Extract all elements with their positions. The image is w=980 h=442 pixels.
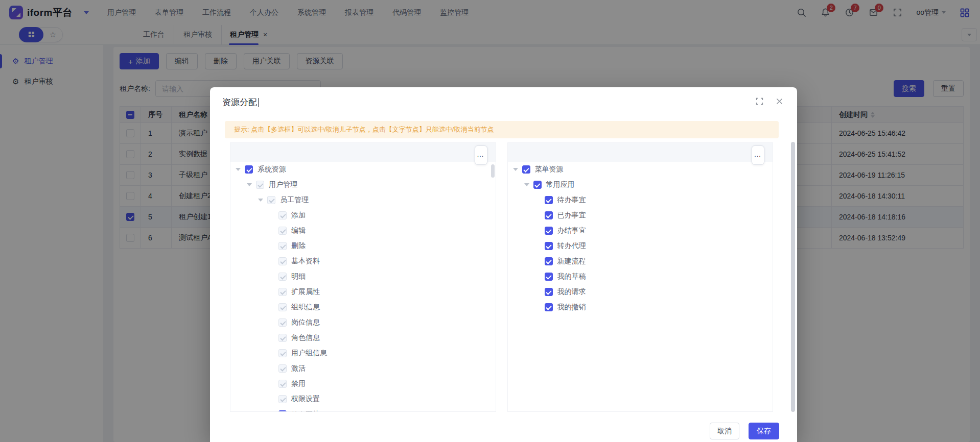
arrow-placeholder (535, 260, 545, 263)
tree-node-label[interactable]: 权限设置 (291, 395, 320, 404)
tree-checkbox[interactable] (278, 273, 287, 281)
expand-arrow-icon[interactable] (258, 199, 267, 202)
tree-checkbox[interactable] (278, 211, 287, 219)
tree-node-明细[interactable]: 明细 (230, 269, 496, 284)
tree-node-label[interactable]: 编辑 (291, 226, 306, 235)
tree-node-组织信息[interactable]: 组织信息 (230, 300, 496, 315)
tree-checkbox[interactable] (278, 410, 287, 411)
tree-checkbox[interactable] (278, 364, 287, 373)
tree-node-扩展属性[interactable]: 扩展属性 (230, 284, 496, 300)
tree-node-激活[interactable]: 激活 (230, 361, 496, 376)
tree-node-已办事宜[interactable]: 已办事宜 (508, 208, 773, 223)
expand-arrow-icon[interactable] (513, 168, 522, 171)
tree-node-我的草稿[interactable]: 我的草稿 (508, 269, 773, 284)
modal-close-icon[interactable] (775, 97, 784, 108)
tree-checkbox[interactable] (278, 288, 287, 296)
tree-checkbox[interactable] (278, 349, 287, 357)
tree-node-用户管理[interactable]: 用户管理 (230, 177, 496, 192)
tree-checkbox[interactable] (545, 273, 553, 281)
tree-node-新建流程[interactable]: 新建流程 (508, 254, 773, 269)
tree-checkbox[interactable] (522, 165, 530, 174)
modal-fullscreen-icon[interactable] (755, 97, 764, 108)
tree-node-label[interactable]: 待办事宜 (557, 195, 586, 205)
tree-node-label[interactable]: 扩展属性 (291, 287, 320, 297)
expand-arrow-icon[interactable] (524, 183, 533, 186)
arrow-placeholder (269, 382, 278, 385)
tree-node-角色信息[interactable]: 角色信息 (230, 330, 496, 346)
tree-node-label[interactable]: 签名图片 (291, 410, 320, 411)
tree-node-label[interactable]: 用户组信息 (291, 349, 327, 358)
tree-node-label[interactable]: 菜单资源 (535, 165, 564, 174)
tree-node-基本资料[interactable]: 基本资料 (230, 254, 496, 269)
tree-node-岗位信息[interactable]: 岗位信息 (230, 315, 496, 330)
app-window: iform平台 用户管理表单管理工作流程个人办公系统管理报表管理代码管理监控管理… (0, 0, 980, 442)
tree-checkbox[interactable] (267, 196, 275, 204)
tree-node-label[interactable]: 我的请求 (557, 287, 586, 297)
tree-node-label[interactable]: 常用应用 (546, 180, 575, 189)
tree-node-员工管理[interactable]: 员工管理 (230, 192, 496, 208)
tree-node-权限设置[interactable]: 权限设置 (230, 391, 496, 407)
tree-checkbox[interactable] (545, 257, 553, 265)
tree-node-系统资源[interactable]: 系统资源 (230, 162, 496, 177)
tree-checkbox[interactable] (545, 211, 553, 219)
arrow-placeholder (269, 306, 278, 309)
tree-checkbox[interactable] (245, 165, 253, 174)
tree-node-编辑[interactable]: 编辑 (230, 223, 496, 238)
panel-scrollbar-thumb[interactable] (491, 164, 495, 178)
tree-node-label[interactable]: 基本资料 (291, 257, 320, 266)
tree-node-删除[interactable]: 删除 (230, 238, 496, 254)
more-options-button[interactable]: ... (752, 145, 764, 165)
tree-node-label[interactable]: 添加 (291, 211, 306, 220)
tree-node-我的撤销[interactable]: 我的撤销 (508, 300, 773, 315)
tree-checkbox[interactable] (278, 395, 287, 403)
tree-node-签名图片[interactable]: 签名图片 (230, 407, 496, 411)
arrow-placeholder (269, 244, 278, 248)
tree-node-label[interactable]: 用户管理 (269, 180, 297, 189)
tree-checkbox[interactable] (278, 318, 287, 327)
tree-node-label[interactable]: 我的草稿 (557, 272, 586, 281)
tree-checkbox[interactable] (256, 181, 264, 189)
tree-checkbox[interactable] (545, 227, 553, 235)
tree-node-待办事宜[interactable]: 待办事宜 (508, 192, 773, 208)
tree-checkbox[interactable] (278, 242, 287, 250)
tree-node-label[interactable]: 角色信息 (291, 333, 320, 342)
tree-node-label[interactable]: 激活 (291, 364, 306, 373)
tree-node-常用应用[interactable]: 常用应用 (508, 177, 773, 192)
save-button[interactable]: 保存 (749, 423, 779, 439)
tree-checkbox[interactable] (533, 181, 542, 189)
tree-node-label[interactable]: 转办代理 (557, 241, 586, 251)
tree-node-label[interactable]: 岗位信息 (291, 318, 320, 327)
tree-node-label[interactable]: 删除 (291, 241, 306, 251)
arrow-placeholder (269, 336, 278, 339)
expand-arrow-icon[interactable] (236, 168, 245, 171)
tree-node-转办代理[interactable]: 转办代理 (508, 238, 773, 254)
tree-checkbox[interactable] (545, 303, 553, 311)
cancel-button[interactable]: 取消 (710, 423, 739, 439)
tree-node-label[interactable]: 我的撤销 (557, 303, 586, 312)
tree-node-label[interactable]: 明细 (291, 272, 306, 281)
tree-node-办结事宜[interactable]: 办结事宜 (508, 223, 773, 238)
tree-checkbox[interactable] (278, 380, 287, 388)
more-options-button[interactable]: ... (475, 145, 487, 165)
tree-checkbox[interactable] (545, 196, 553, 204)
expand-arrow-icon[interactable] (247, 183, 256, 186)
tree-node-label[interactable]: 已办事宜 (557, 211, 586, 220)
modal-scrollbar-thumb[interactable] (791, 142, 795, 412)
tree-checkbox[interactable] (278, 303, 287, 311)
tree-checkbox[interactable] (278, 227, 287, 235)
tree-node-label[interactable]: 禁用 (291, 379, 306, 388)
tree-checkbox[interactable] (278, 257, 287, 265)
tree-checkbox[interactable] (545, 242, 553, 250)
tree-node-用户组信息[interactable]: 用户组信息 (230, 346, 496, 361)
tree-node-添加[interactable]: 添加 (230, 208, 496, 223)
tree-checkbox[interactable] (278, 334, 287, 342)
tree-node-label[interactable]: 员工管理 (280, 195, 309, 205)
tree-node-我的请求[interactable]: 我的请求 (508, 284, 773, 300)
tree-node-label[interactable]: 办结事宜 (557, 226, 586, 235)
tree-node-label[interactable]: 系统资源 (258, 165, 286, 174)
tree-node-菜单资源[interactable]: 菜单资源 (508, 162, 773, 177)
tree-node-label[interactable]: 新建流程 (557, 257, 586, 266)
tree-node-禁用[interactable]: 禁用 (230, 376, 496, 391)
tree-node-label[interactable]: 组织信息 (291, 303, 320, 312)
tree-checkbox[interactable] (545, 288, 553, 296)
